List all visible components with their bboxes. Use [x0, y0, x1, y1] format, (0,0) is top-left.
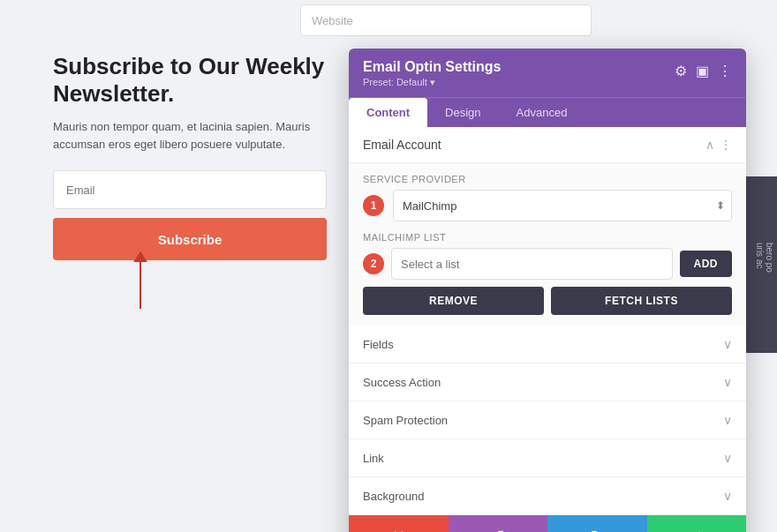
fields-chevron: ∨: [723, 337, 732, 351]
tab-advanced[interactable]: Advanced: [499, 98, 585, 127]
service-provider-select[interactable]: MailChimp: [393, 190, 732, 221]
arrow-shaft: [140, 260, 141, 309]
email-account-content: Service Provider 1 MailChimp MailChimp L…: [349, 163, 746, 326]
link-label: Link: [363, 452, 384, 465]
website-input-bar[interactable]: Website: [300, 4, 592, 36]
section-more-icon: ⋮: [720, 138, 732, 152]
service-provider-select-wrapper: MailChimp: [393, 190, 732, 221]
success-action-section[interactable]: Success Action ∨: [349, 363, 746, 401]
undo-icon: ↺: [491, 527, 504, 532]
website-placeholder: Website: [312, 14, 353, 27]
list-action-buttons: REMOVE FETCH LISTS: [363, 287, 732, 315]
fields-label: Fields: [363, 338, 394, 351]
panel-header: Email Optin Settings Preset: Default ▾ ⚙…: [349, 49, 746, 97]
tab-design[interactable]: Design: [427, 98, 498, 127]
fetch-lists-button[interactable]: FETCH LISTS: [551, 287, 732, 315]
section-header-left: Email Account: [363, 138, 441, 152]
subscribe-desc: Mauris non tempor quam, et lacinia sapie…: [53, 118, 327, 153]
success-action-chevron: ∨: [723, 375, 732, 389]
email-account-section-header[interactable]: Email Account ∧ ⋮: [349, 127, 746, 163]
panel-title: Email Optin Settings: [363, 59, 501, 75]
subscribe-button[interactable]: Subscribe: [53, 218, 327, 260]
step-badge-1: 1: [363, 195, 384, 216]
link-section[interactable]: Link ∨: [349, 439, 746, 477]
cancel-button[interactable]: ✕: [349, 515, 449, 532]
undo-button[interactable]: ↺: [449, 515, 548, 532]
more-icon: ⋮: [718, 64, 732, 79]
service-provider-row: 1 MailChimp: [363, 190, 732, 221]
fields-section[interactable]: Fields ∨: [349, 326, 746, 363]
arrow-head: [133, 251, 147, 262]
settings-icon: ⚙: [675, 64, 687, 79]
panel-icons: ⚙ ▣ ⋮: [675, 59, 732, 79]
email-input-field[interactable]: [53, 170, 327, 209]
spam-protection-label: Spam Protection: [363, 414, 448, 427]
settings-panel: Email Optin Settings Preset: Default ▾ ⚙…: [349, 49, 746, 532]
more-icon-btn[interactable]: ⋮: [718, 63, 732, 79]
expand-icon: ▣: [696, 64, 709, 79]
panel-preset[interactable]: Preset: Default ▾: [363, 77, 501, 88]
remove-button[interactable]: REMOVE: [363, 287, 544, 315]
collapse-icon: ∧: [705, 138, 714, 152]
dark-overlay-text: bero pouris ac: [755, 243, 774, 273]
panel-tabs: Content Design Advanced: [349, 97, 746, 127]
step-badge-2: 2: [363, 253, 384, 274]
bottom-toolbar: ✕ ↺ ↻ ✓: [349, 515, 746, 532]
panel-title-area: Email Optin Settings Preset: Default ▾: [363, 59, 501, 88]
arrow-indicator: [140, 260, 141, 309]
redo-button[interactable]: ↻: [547, 515, 647, 532]
confirm-icon: ✓: [690, 527, 703, 532]
background-chevron: ∨: [723, 489, 732, 503]
mailchimp-list-row: 2 ADD: [363, 248, 732, 280]
redo-icon: ↻: [591, 527, 604, 532]
link-chevron: ∨: [723, 451, 732, 465]
tab-content[interactable]: Content: [349, 98, 427, 127]
email-account-title: Email Account: [363, 138, 441, 152]
background-section[interactable]: Background ∨: [349, 477, 746, 515]
service-provider-label: Service Provider: [363, 174, 732, 184]
confirm-button[interactable]: ✓: [647, 515, 747, 532]
spam-protection-chevron: ∨: [723, 413, 732, 427]
list-select-input[interactable]: [391, 248, 673, 280]
settings-icon-btn[interactable]: ⚙: [675, 63, 687, 79]
expand-icon-btn[interactable]: ▣: [696, 63, 709, 79]
success-action-label: Success Action: [363, 376, 441, 389]
cancel-icon: ✕: [392, 527, 405, 532]
panel-body: Email Account ∧ ⋮ Service Provider 1 Mai…: [349, 127, 746, 515]
mailchimp-list-label: MailChimp List: [363, 232, 732, 243]
subscribe-title: Subscribe to Our Weekly Newsletter.: [53, 53, 327, 108]
section-icons: ∧ ⋮: [705, 138, 732, 152]
left-content: Subscribe to Our Weekly Newsletter. Maur…: [53, 53, 327, 260]
add-button[interactable]: ADD: [680, 251, 733, 277]
spam-protection-section[interactable]: Spam Protection ∨: [349, 401, 746, 439]
background-label: Background: [363, 490, 424, 503]
